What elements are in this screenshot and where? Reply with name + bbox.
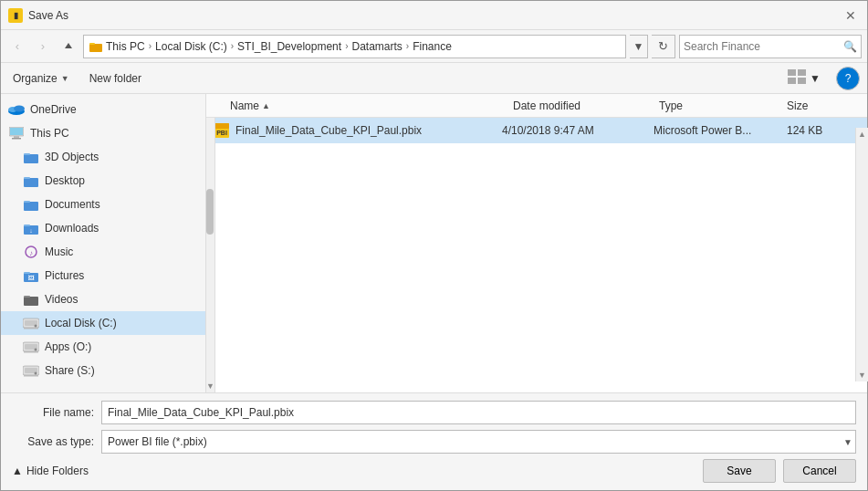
svg-rect-4 [788,78,796,84]
desktop-label: Desktop [45,174,85,187]
search-input[interactable] [684,40,840,53]
svg-rect-42 [214,123,229,129]
sidebar-item-videos[interactable]: Videos [1,287,205,311]
file-size: 124 KB [787,124,860,137]
address-dropdown-button[interactable]: ▼ [630,35,648,58]
action-bar: Organize ▼ New folder ▼ ? [1,63,867,94]
organize-button[interactable]: Organize ▼ [8,69,74,88]
svg-rect-32 [24,328,38,329]
new-folder-button[interactable]: New folder [85,69,146,88]
file-row[interactable]: PBI Final_Mile_Data_Cube_KPI_Paul.pbix 4… [206,118,867,143]
sidebar-item-documents[interactable]: Documents [1,193,205,216]
col-type-header[interactable]: Type [659,99,787,112]
forward-button[interactable]: › [32,36,54,57]
help-button[interactable]: ? [836,67,860,90]
file-type: Microsoft Power B... [654,124,781,137]
saveastype-select[interactable]: Power BI file (*.pbix) [101,430,856,454]
dialog-buttons: Save Cancel [703,459,856,483]
cancel-button[interactable]: Cancel [783,459,856,483]
folder-documents-icon [23,197,39,212]
svg-text:PBI: PBI [216,130,227,136]
sidebar-container: OneDrive This PC 3D Objects [1,94,206,392]
back-button[interactable]: ‹ [6,36,28,57]
pictures-label: Pictures [45,269,84,282]
share-drive-icon [23,363,39,378]
videos-label: Videos [45,293,78,306]
svg-rect-18 [24,201,30,203]
dialog-title: Save As [28,9,68,22]
sidebar-scroll-down[interactable]: ▼ [206,381,214,391]
pictures-icon: 🖼 [23,268,39,283]
title-bar: ▮ Save As ✕ [1,1,867,30]
folder-downloads-icon: ↓ [23,221,39,235]
search-icon: 🔍 [843,40,857,53]
svg-rect-27 [24,297,38,306]
saveastype-row: Save as type: Power BI file (*.pbix) ▼ [12,430,856,454]
sidebar-item-desktop[interactable]: Desktop [1,169,205,193]
col-name-header[interactable]: Name ▲ [230,99,513,112]
up-button[interactable] [58,36,79,57]
sidebar-item-downloads[interactable]: ↓ Downloads [1,216,205,240]
form-area: File name: Save as type: Power BI file (… [1,392,867,490]
address-datamarts[interactable]: Datamarts [351,40,402,53]
svg-rect-10 [10,128,23,135]
svg-point-31 [35,325,37,328]
svg-rect-1 [89,43,95,45]
save-button[interactable]: Save [703,459,776,483]
saveastype-wrapper: Power BI file (*.pbix) ▼ [101,430,856,454]
file-scroll-down[interactable]: ▼ [858,371,866,380]
sidebar-item-pictures[interactable]: 🖼 Pictures [1,264,205,287]
file-scroll-up[interactable]: ▲ [858,130,866,139]
videos-icon [23,292,39,307]
downloads-label: Downloads [45,222,99,235]
3dobjects-label: 3D Objects [45,151,99,163]
sidebar-item-localdisk[interactable]: Local Disk (C:) [1,311,205,335]
share-label: Share (S:) [45,364,95,377]
filename-label: File name: [12,406,94,419]
svg-point-8 [14,106,25,112]
hide-folders-button[interactable]: ▲ Hide Folders [12,465,89,477]
svg-rect-12 [12,138,21,140]
svg-rect-28 [24,296,30,298]
address-sti[interactable]: STI_BI_Development [237,40,341,53]
thispc-label: This PC [30,127,69,140]
col-date-header[interactable]: Date modified [513,99,659,112]
sidebar-item-share[interactable]: Share (S:) [1,359,205,382]
svg-rect-3 [798,69,806,76]
filename-input[interactable] [101,401,856,424]
svg-rect-36 [24,351,38,353]
file-area: Name ▲ Date modified Type Size [206,94,867,392]
svg-rect-15 [24,178,38,187]
svg-rect-0 [89,44,102,52]
address-finance[interactable]: Finance [413,40,452,53]
apps-label: Apps (O:) [45,340,91,353]
close-button[interactable]: ✕ [842,6,860,25]
col-size-header[interactable]: Size [787,99,860,112]
apps-drive-icon [23,340,39,354]
folder-icon [89,41,102,52]
sidebar: OneDrive This PC 3D Objects [1,94,206,392]
svg-text:🖼: 🖼 [28,275,35,281]
sidebar-item-3dobjects[interactable]: 3D Objects [1,145,205,169]
refresh-button[interactable]: ↻ [652,35,675,58]
address-localdisk[interactable]: Local Disk (C:) [155,40,227,53]
view-button[interactable]: ▼ [783,67,825,89]
svg-rect-2 [788,69,796,76]
hide-folders-chevron: ▲ [12,465,23,477]
address-thispc[interactable]: This PC [106,40,145,53]
sidebar-item-music[interactable]: ♪ Music [1,240,205,264]
hide-folders-label: Hide Folders [26,465,89,477]
view-icon [788,69,806,87]
svg-rect-16 [24,177,30,179]
folder-3d-icon [23,150,39,164]
sidebar-item-onedrive[interactable]: OneDrive [1,98,205,121]
sidebar-item-apps[interactable]: Apps (O:) [1,335,205,359]
sidebar-item-thispc[interactable]: This PC [1,121,205,145]
sidebar-scrollbar: ▲ ▼ [206,94,215,392]
app-icon: ▮ [8,8,23,23]
address-bar[interactable]: This PC › Local Disk (C:) › STI_BI_Devel… [83,35,626,58]
sidebar-scroll-thumb[interactable] [206,189,214,235]
file-name: Final_Mile_Data_Cube_KPI_Paul.pbix [235,124,497,137]
svg-rect-20 [24,225,30,226]
new-folder-label: New folder [89,72,141,85]
